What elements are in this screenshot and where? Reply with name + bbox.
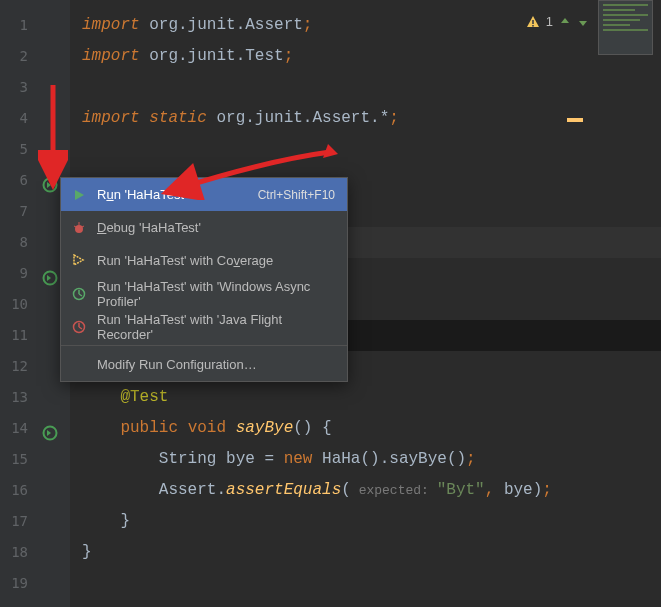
- code-text: org.junit.Test: [140, 47, 284, 65]
- bug-icon: [71, 220, 87, 236]
- punct: .: [216, 481, 226, 499]
- line-number: 3: [0, 72, 70, 103]
- keyword: void: [188, 419, 236, 437]
- method-call: assertEquals: [226, 481, 341, 499]
- method-name: sayBye: [236, 419, 294, 437]
- coverage-icon: [71, 253, 87, 269]
- menu-run[interactable]: Run 'HaHaTest' Ctrl+Shift+F10: [61, 178, 347, 211]
- run-test-gutter-icon[interactable]: [42, 266, 58, 282]
- line-number: 2: [0, 41, 70, 72]
- param-hint: expected:: [351, 483, 437, 498]
- line-number: 5: [0, 134, 70, 165]
- annotation: @Test: [120, 388, 168, 406]
- punct: ;: [284, 47, 294, 65]
- keyword: import: [82, 47, 140, 65]
- line-number: 14: [0, 413, 70, 444]
- svg-rect-4: [532, 25, 534, 27]
- shortcut: Ctrl+Shift+F10: [258, 188, 335, 202]
- svg-line-7: [74, 226, 76, 227]
- line-number: 15: [0, 444, 70, 475]
- keyword: import static: [82, 109, 207, 127]
- code-text: () {: [293, 419, 331, 437]
- menu-async-profiler[interactable]: Run 'HaHaTest' with 'Windows Async Profi…: [61, 277, 347, 310]
- code-text: org.junit.Assert: [140, 16, 303, 34]
- line-number: 4: [0, 103, 70, 134]
- code-text: org.junit.Assert.*: [207, 109, 389, 127]
- profiler-icon: [71, 319, 87, 335]
- line-number: 17: [0, 506, 70, 537]
- punct: ,: [485, 481, 504, 499]
- line-number: 13: [0, 382, 70, 413]
- inspection-widget[interactable]: 1: [526, 14, 589, 29]
- svg-rect-3: [532, 20, 534, 24]
- minimap[interactable]: [598, 0, 653, 55]
- line-number: 16: [0, 475, 70, 506]
- menu-coverage[interactable]: Run 'HaHaTest' with Coverage: [61, 244, 347, 277]
- menu-jfr[interactable]: Run 'HaHaTest' with 'Java Flight Recorde…: [61, 310, 347, 343]
- keyword: import: [82, 16, 140, 34]
- warning-count: 1: [546, 14, 553, 29]
- warning-icon: [526, 15, 540, 29]
- punct: ;: [389, 109, 399, 127]
- punct: ;: [542, 481, 552, 499]
- keyword: public: [120, 419, 187, 437]
- var: bye: [226, 450, 255, 468]
- keyword: new: [284, 450, 322, 468]
- punct: (: [341, 481, 351, 499]
- menu-separator: [61, 345, 347, 346]
- line-number: 19: [0, 568, 70, 599]
- run-context-menu: Run 'HaHaTest' Ctrl+Shift+F10 Debug 'HaH…: [60, 177, 348, 382]
- run-test-gutter-icon[interactable]: [42, 173, 58, 189]
- line-number: 1: [0, 10, 70, 41]
- code-text: ().sayBye(): [360, 450, 466, 468]
- svg-line-8: [82, 226, 84, 227]
- arrow-up-icon[interactable]: [559, 16, 571, 28]
- punct: ): [533, 481, 543, 499]
- code-text: =: [255, 450, 284, 468]
- line-number: 18: [0, 537, 70, 568]
- brace: }: [82, 543, 92, 561]
- class-ref: Assert: [159, 481, 217, 499]
- class-ref: HaHa: [322, 450, 360, 468]
- run-test-gutter-icon[interactable]: [42, 421, 58, 437]
- punct: ;: [466, 450, 476, 468]
- punct: ;: [303, 16, 313, 34]
- profiler-icon: [71, 286, 87, 302]
- brace: }: [120, 512, 130, 530]
- type: String: [159, 450, 226, 468]
- menu-debug[interactable]: Debug 'HaHaTest': [61, 211, 347, 244]
- menu-modify-config[interactable]: Modify Run Configuration…: [61, 348, 347, 381]
- var: bye: [504, 481, 533, 499]
- arrow-down-icon[interactable]: [577, 16, 589, 28]
- highlight-marker: [567, 118, 583, 122]
- string: "Byt": [437, 481, 485, 499]
- svg-point-5: [75, 225, 83, 233]
- run-icon: [71, 187, 87, 203]
